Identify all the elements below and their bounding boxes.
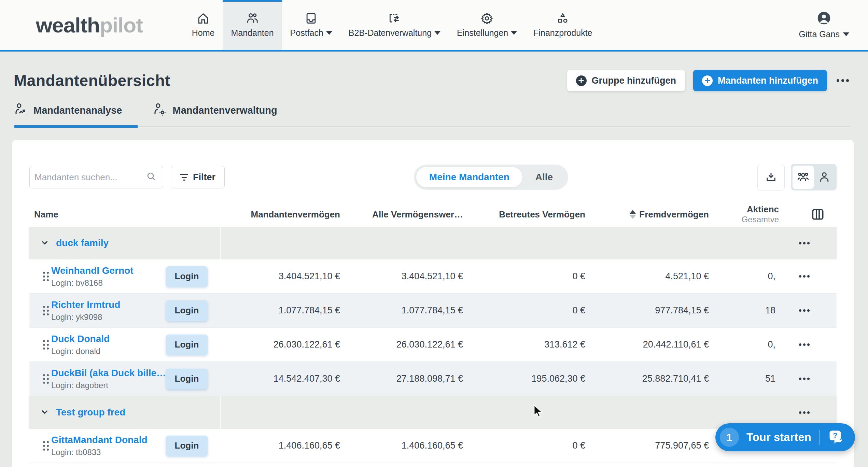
main-nav: Home Mandanten Postfach B2B-Datenverwalt… — [184, 0, 601, 50]
client-name-link[interactable]: Duck Donald — [51, 334, 166, 344]
download-icon — [765, 171, 777, 183]
cell-alle-vermoegenswerte: 26.030.122,61 € — [340, 339, 463, 350]
client-name-cell: GittaMandant DonaldLogin: tb0833 — [51, 435, 166, 457]
client-row: Weinhandl GernotLogin: bv8168Login3.404.… — [29, 259, 837, 294]
chevron-down-icon[interactable] — [40, 237, 50, 249]
tab-mandantenverwaltung[interactable]: Mandantenverwaltung — [153, 102, 293, 126]
table-toolbar: Filter Meine Mandanten Alle — [29, 164, 837, 190]
person-gear-icon — [153, 102, 167, 119]
cell-alle-vermoegenswerte: 27.188.098,71 € — [340, 373, 463, 384]
drag-handle[interactable] — [43, 306, 49, 315]
nav-item-b2b-datenverwaltung[interactable]: B2B-Datenverwaltung — [340, 0, 449, 50]
client-login: Login: dagobert — [51, 381, 166, 390]
nav-item-finanzprodukte[interactable]: Finanzprodukte — [525, 0, 600, 50]
chevron-down-icon — [843, 32, 849, 36]
drag-handle[interactable] — [43, 441, 49, 451]
group-view-button[interactable] — [793, 166, 814, 189]
start-tour-button[interactable]: 1 Tour starten ? — [715, 423, 855, 451]
client-name-link[interactable]: Richter Irmtrud — [51, 299, 166, 310]
toolbar-right — [757, 164, 837, 190]
single-view-button[interactable] — [814, 166, 835, 189]
cell-mandantenvermoegen: 14.542.407,30 € — [221, 373, 340, 384]
nav-item-label: Finanzprodukte — [533, 28, 592, 38]
brand-logo-wealth: wealth — [36, 13, 100, 37]
add-group-button[interactable]: Gruppe hinzufügen — [567, 70, 685, 91]
chevron-down-icon[interactable] — [40, 407, 50, 418]
drag-handle-cell — [29, 272, 51, 281]
page-menu-button[interactable] — [835, 76, 850, 85]
nav-item-postfach[interactable]: Postfach — [282, 0, 340, 50]
page-title: Mandantenübersicht — [14, 71, 170, 90]
login-button[interactable]: Login — [166, 436, 208, 456]
clients-icon — [246, 12, 259, 25]
nav-item-mandanten[interactable]: Mandanten — [223, 0, 282, 50]
client-name-link[interactable]: GittaMandant Donald — [51, 435, 166, 445]
client-row: DuckBil (aka Duck bille…Login: dagobertL… — [29, 362, 837, 396]
client-name-link[interactable]: Weinhandl Gernot — [51, 265, 166, 276]
group-view-icon — [796, 170, 810, 184]
nav-item-einstellungen[interactable]: Einstellungen — [449, 0, 525, 50]
drag-handle[interactable] — [43, 272, 49, 281]
person-chart-icon — [14, 102, 28, 119]
group-name-link[interactable]: duck family — [56, 238, 109, 249]
group-name-link[interactable]: Test group fred — [56, 407, 125, 418]
nav-item-home[interactable]: Home — [184, 0, 223, 50]
cell-alle-vermoegenswerte: 1.406.160,65 € — [340, 440, 463, 451]
nav-item-label: B2B-Datenverwaltung — [349, 28, 432, 38]
column-header-alle-vermoegenswerte[interactable]: Alle Vermögenswer… — [340, 209, 463, 220]
tab-mandantenanalyse[interactable]: Mandantenanalyse — [14, 102, 138, 126]
column-header-fremdvermoegen[interactable]: Fremdvermögen — [585, 209, 709, 220]
chevron-down-icon — [326, 31, 332, 35]
row-menu-button[interactable] — [799, 339, 810, 350]
row-menu-button[interactable] — [799, 407, 810, 418]
column-header-name[interactable]: Name — [29, 209, 221, 220]
client-login: Login: tb0833 — [51, 448, 166, 457]
add-client-button[interactable]: Mandanten hinzufügen — [693, 70, 827, 91]
cell-betreutes-vermoegen: 0 € — [463, 440, 585, 451]
scope-option-alle[interactable]: Alle — [522, 167, 566, 187]
cell-aktien: 0, — [709, 271, 779, 282]
cell-betreutes-vermoegen: 195.062,30 € — [463, 373, 585, 384]
login-button[interactable]: Login — [166, 335, 208, 355]
column-header-betreutes-vermoegen[interactable]: Betreutes Vermögen — [463, 209, 585, 220]
nav-item-label: Einstellungen — [457, 28, 508, 38]
columns-icon[interactable] — [810, 207, 825, 222]
row-menu-button[interactable] — [799, 271, 810, 282]
nav-item-label: Home — [192, 28, 215, 38]
drag-handle[interactable] — [43, 340, 49, 350]
cell-mandantenvermoegen: 3.404.521,10 € — [221, 271, 340, 282]
filter-button[interactable]: Filter — [171, 166, 225, 188]
row-menu-button[interactable] — [799, 305, 810, 316]
drag-handle-cell — [29, 306, 51, 315]
help-icon: ? — [827, 428, 845, 447]
login-button[interactable]: Login — [166, 369, 208, 389]
cell-fremdvermoegen: 4.521,10 € — [585, 271, 709, 282]
inbox-icon — [305, 12, 318, 25]
client-name-link[interactable]: DuckBil (aka Duck bille… — [51, 368, 166, 379]
search-icon — [146, 171, 157, 183]
download-button[interactable] — [757, 164, 785, 190]
login-button[interactable]: Login — [166, 300, 208, 321]
scope-option-meine-mandanten[interactable]: Meine Mandanten — [416, 167, 522, 187]
login-cell: Login — [166, 335, 221, 355]
brand-logo: wealthpilot — [36, 0, 143, 50]
home-icon — [197, 12, 210, 25]
drag-handle-cell — [29, 374, 51, 384]
client-name-cell: DuckBil (aka Duck bille…Login: dagobert — [51, 368, 166, 390]
user-menu[interactable]: Gitta Gans — [799, 0, 850, 50]
search-input[interactable] — [34, 172, 146, 183]
column-header-mandantenvermoegen[interactable]: Mandantenvermögen — [221, 209, 340, 220]
plus-icon — [702, 75, 713, 86]
group-cell: duck family — [29, 227, 221, 259]
row-menu-button[interactable] — [799, 238, 810, 249]
column-header-aktien[interactable]: Aktienc Gesamtve — [709, 204, 779, 225]
drag-handle[interactable] — [43, 374, 49, 384]
group-row: Test group fred — [29, 396, 837, 429]
login-cell: Login — [166, 369, 221, 389]
group-actions — [799, 238, 837, 249]
row-menu-button[interactable] — [799, 373, 810, 384]
cell-alle-vermoegenswerte: 3.404.521,10 € — [340, 271, 463, 282]
login-button[interactable]: Login — [166, 266, 208, 287]
brand-logo-pilot: pilot — [100, 13, 143, 37]
row-actions — [799, 339, 837, 350]
